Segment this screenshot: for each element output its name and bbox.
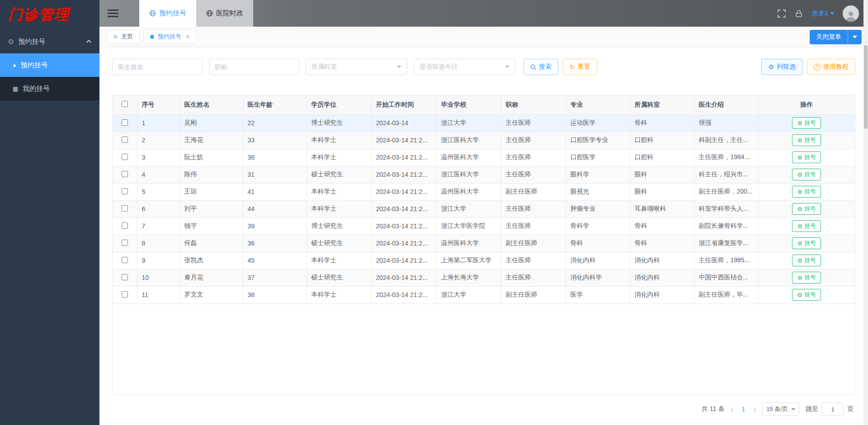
department-select[interactable]: 所属科室 — [306, 59, 407, 75]
search-button[interactable]: 搜索 — [524, 59, 558, 75]
table-header-row: 序号医生姓名医生年龄学历学位开始工作时间毕业学校职称专业所属科室医生介绍操作 — [113, 95, 855, 114]
column-filter-label: 列筛选 — [777, 63, 796, 71]
gear-icon: ⚙ — [797, 171, 802, 178]
current-page[interactable]: 1 — [740, 406, 747, 413]
table-cell: 本科学士 — [307, 183, 371, 200]
table-cell: 2024-03-14 21:2... — [371, 183, 436, 200]
content: 所属科室 是否筛选今日 搜索 ↻ 重置 ⚙ — [99, 47, 868, 425]
hamburger-icon[interactable] — [99, 0, 127, 27]
register-button[interactable]: ⚙挂号 — [792, 289, 821, 301]
chevron-down-icon — [397, 66, 401, 68]
doctor-table: 序号医生姓名医生年龄学历学位开始工作时间毕业学校职称专业所属科室医生介绍操作 1… — [112, 95, 855, 395]
column-filter-button[interactable]: ⚙ 列筛选 — [761, 59, 802, 75]
row-checkbox[interactable] — [122, 137, 128, 143]
table-cell: 消化内科 — [566, 252, 630, 269]
table-cell: 浙江大学 — [436, 200, 501, 217]
register-button[interactable]: ⚙挂号 — [792, 220, 821, 232]
table-cell: 本科学士 — [307, 132, 371, 149]
close-icon[interactable]: × — [186, 33, 189, 40]
page-size-select[interactable]: 15 条/页 — [762, 402, 799, 416]
row-checkbox[interactable] — [122, 257, 128, 263]
sidebar-item-appointment[interactable]: ● 预约挂号 — [0, 53, 99, 77]
sidebar-group-appointment[interactable]: ⊙ 预约挂号 — [0, 30, 99, 53]
jump-page-input[interactable] — [822, 402, 844, 416]
register-button[interactable]: ⚙挂号 — [792, 151, 821, 163]
topbar-right: 患者3 — [777, 0, 868, 27]
table-cell: 2024-03-14 21:2... — [371, 132, 436, 149]
register-button[interactable]: ⚙挂号 — [792, 272, 821, 283]
row-checkbox[interactable] — [122, 188, 128, 194]
close-menu-dropdown[interactable] — [848, 30, 862, 44]
register-button[interactable]: ⚙挂号 — [792, 237, 821, 249]
register-button[interactable]: ⚙挂号 — [792, 186, 821, 198]
row-checkbox[interactable] — [122, 154, 128, 160]
table-cell: 22 — [243, 114, 307, 132]
tab-home[interactable]: 主页 — [107, 30, 140, 43]
sidebar-menu: ⊙ 预约挂号 ● 预约挂号 ▦ 我的挂号 — [0, 30, 99, 100]
table-cell: 浙江医科大学 — [436, 166, 501, 183]
table-cell: 上海第二军医大学 — [436, 252, 501, 269]
gear-icon: ⚙ — [797, 292, 802, 298]
row-select-cell — [113, 252, 137, 269]
row-checkbox[interactable] — [122, 119, 128, 126]
row-checkbox[interactable] — [122, 222, 128, 229]
select-all-checkbox[interactable] — [122, 101, 128, 107]
table-cell: 刘平 — [179, 200, 243, 217]
register-button-label: 挂号 — [804, 239, 816, 247]
table-cell: 眼视光 — [566, 183, 630, 200]
row-checkbox[interactable] — [122, 274, 128, 280]
table-row[interactable]: 7钱宇39博士研究生2024-03-14 21:2...浙江大学医学院主任医师骨… — [113, 217, 855, 235]
register-button[interactable]: ⚙挂号 — [792, 134, 821, 146]
row-checkbox[interactable] — [122, 291, 128, 298]
close-menu-label: 关闭菜单 — [810, 33, 848, 41]
today-filter-select[interactable]: 是否筛选今日 — [414, 59, 515, 75]
table-row[interactable]: 3阮士歆38本科学士2024-03-14 21:2...温州医科大学主任医师口腔… — [113, 149, 855, 166]
table-row[interactable]: 2王海花33本科学士2024-03-14 21:2...浙江医科大学主任医师口腔… — [113, 132, 855, 149]
next-page-button[interactable]: › — [753, 405, 756, 413]
table-cell: 上海长海大学 — [436, 269, 501, 286]
register-button[interactable]: ⚙挂号 — [792, 255, 821, 266]
lock-icon[interactable] — [794, 9, 803, 18]
register-button[interactable]: ⚙挂号 — [792, 117, 821, 129]
row-checkbox[interactable] — [122, 171, 128, 177]
tab-appointment[interactable]: 预约挂号 × — [143, 30, 196, 43]
chevron-down-icon — [792, 408, 795, 411]
table-cell: 浙江医科大学 — [436, 132, 501, 149]
title-input[interactable] — [209, 59, 299, 75]
table-cell: 主任医师 — [501, 149, 566, 166]
page-scrollbar[interactable] — [863, 0, 868, 425]
row-checkbox[interactable] — [122, 205, 128, 212]
table-cell: 王海花 — [179, 132, 243, 149]
sidebar: 门诊管理 ⊙ 预约挂号 ● 预约挂号 ▦ 我的挂号 — [0, 0, 99, 425]
table-row[interactable]: 6刘平44本科学士2024-03-14 21:2...浙江大学主任医师肿瘤专业耳… — [113, 200, 855, 217]
nav-tab-appointment[interactable]: 预约挂号 — [139, 0, 196, 27]
table-row[interactable]: 8何磊36硕士研究生2024-03-14 21:2...温州医科大学副主任医师骨… — [113, 235, 855, 252]
register-button[interactable]: ⚙挂号 — [792, 169, 821, 180]
user-menu[interactable]: 患者3 — [811, 9, 835, 18]
table-row[interactable]: 9张凯杰45本科学士2024-03-14 21:2...上海第二军医大学主任医师… — [113, 252, 855, 269]
reset-button[interactable]: ↻ 重置 — [563, 59, 597, 75]
table-body: 1吴刚22博士研究生2024-03-14浙江大学主任医师运动医学骨科很强⚙挂号2… — [113, 114, 855, 303]
table-row[interactable]: 4陈伟31硕士研究生2024-03-14 21:2...浙江医科大学主任医师眼科… — [113, 166, 855, 183]
sidebar-item-my-registration[interactable]: ▦ 我的挂号 — [0, 77, 99, 100]
close-menu-button[interactable]: 关闭菜单 — [810, 30, 862, 44]
tutorial-button[interactable]: ? 使用教程 — [807, 59, 855, 75]
table-row[interactable]: 5王琼41本科学士2024-03-14 21:2...温州医科大学副主任医师眼视… — [113, 183, 855, 200]
prev-page-button[interactable]: ‹ — [731, 405, 734, 413]
tutorial-label: 使用教程 — [823, 63, 849, 71]
table-cell: 38 — [243, 149, 307, 166]
table-cell: 很强 — [694, 114, 758, 132]
table-row[interactable]: 1吴刚22博士研究生2024-03-14浙江大学主任医师运动医学骨科很强⚙挂号 — [113, 114, 855, 132]
table-row[interactable]: 10秦月花37硕士研究生2024-03-14 21:2...上海长海大学主任医师… — [113, 269, 855, 286]
scrollbar-thumb[interactable] — [864, 45, 868, 129]
avatar[interactable] — [843, 5, 859, 22]
nav-tab-hospital-news[interactable]: 医院时政 — [196, 0, 253, 27]
jump-to-page: 跳至 页 — [806, 402, 854, 416]
fullscreen-icon[interactable] — [777, 9, 786, 18]
tab-label: 预约挂号 — [158, 33, 181, 41]
doctor-name-input[interactable] — [112, 59, 203, 75]
register-button[interactable]: ⚙挂号 — [792, 203, 821, 215]
column-header: 职称 — [501, 95, 566, 114]
row-checkbox[interactable] — [122, 240, 128, 246]
table-row[interactable]: 11罗文文38本科学士2024-03-14 21:2...浙江大学副主任医师医学… — [113, 286, 855, 303]
